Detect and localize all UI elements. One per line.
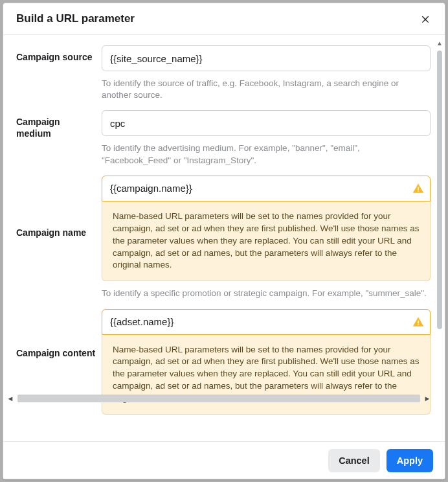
field-row-name: Campaign name Name-based — [16, 176, 431, 300]
field-help-name: To identify a specific promotion or stra… — [102, 288, 431, 299]
apply-button[interactable]: Apply — [386, 449, 433, 472]
close-button[interactable] — [416, 10, 434, 28]
vertical-scroll-thumb[interactable] — [437, 51, 442, 329]
campaign-medium-input[interactable] — [102, 110, 431, 136]
scroll-right-arrow-icon: ► — [423, 394, 432, 403]
field-label-name: Campaign name — [16, 176, 102, 239]
horizontal-scroll-track[interactable] — [17, 395, 420, 402]
field-label-medium: Campaign medium — [16, 110, 102, 139]
field-help-source: To identify the source of traffic, e.g. … — [102, 78, 431, 101]
campaign-name-input[interactable] — [102, 176, 431, 201]
close-icon — [420, 14, 431, 24]
warning-message-name: Name-based URL parameters will be set to… — [102, 201, 431, 281]
modal-footer: Cancel Apply — [3, 441, 445, 479]
scroll-left-arrow-icon: ◄ — [6, 394, 15, 403]
scroll-up-arrow-icon: ▲ — [436, 39, 443, 47]
field-row-source: Campaign source To identify the source o… — [16, 45, 431, 101]
cancel-button[interactable]: Cancel — [328, 449, 380, 472]
modal-header: Build a URL parameter — [3, 3, 445, 35]
field-label-content: Campaign content — [16, 309, 102, 360]
vertical-scrollbar[interactable]: ▲ — [436, 39, 443, 402]
field-help-medium: To identify the advertising medium. For … — [102, 143, 431, 166]
horizontal-scrollbar[interactable]: ◄ ► — [6, 393, 432, 404]
modal-title: Build a URL parameter — [16, 12, 135, 25]
modal-body: Campaign source To identify the source o… — [3, 35, 445, 441]
campaign-content-input[interactable] — [102, 309, 431, 335]
field-label-source: Campaign source — [16, 45, 102, 63]
url-parameter-modal: Build a URL parameter Campaign source To… — [3, 3, 445, 479]
field-row-medium: Campaign medium To identify the advertis… — [16, 110, 431, 166]
campaign-source-input[interactable] — [102, 45, 431, 71]
